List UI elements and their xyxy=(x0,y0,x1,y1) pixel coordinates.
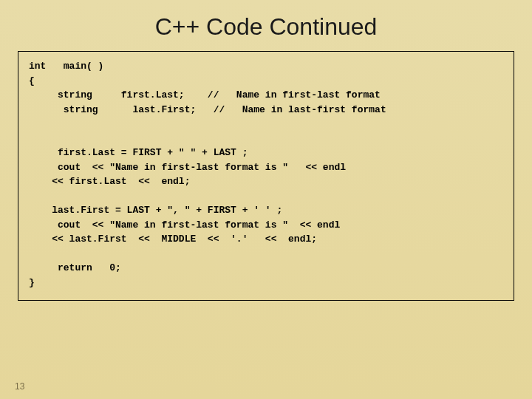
slide-title: C++ Code Continued xyxy=(18,13,514,41)
code-block: int main( ) { string first.Last; // Name… xyxy=(18,51,514,301)
page-number: 13 xyxy=(15,381,24,392)
slide-container: C++ Code Continued int main( ) { string … xyxy=(0,0,532,399)
